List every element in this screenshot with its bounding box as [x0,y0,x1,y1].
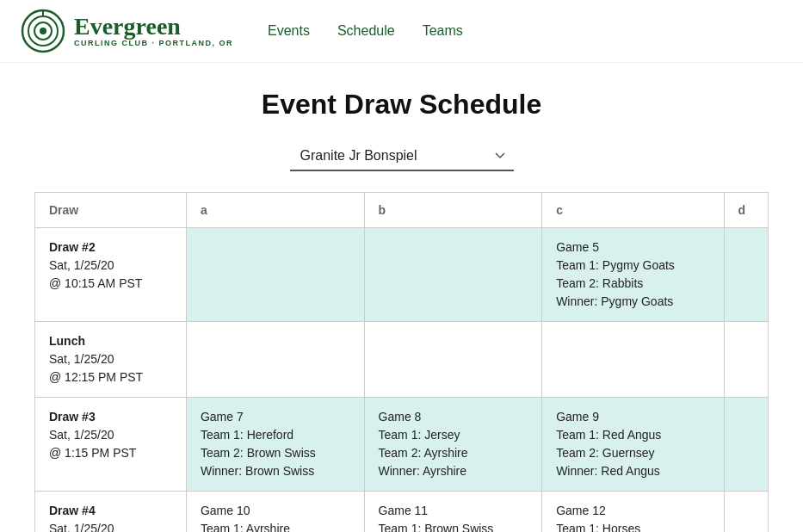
table-row: Draw #4Sat, 1/25/20Game 10Team 1: Ayrshi… [35,492,768,533]
game-cell [724,398,768,492]
draw-cell: Draw #2Sat, 1/25/20@ 10:15 AM PST [35,228,186,322]
draw-cell: LunchSat, 1/25/20@ 12:15 PM PST [35,322,186,398]
game-cell [364,322,542,398]
page-title: Event Draw Schedule [34,89,769,121]
svg-point-3 [40,28,46,34]
game-cell [724,228,768,322]
col-header-c: c [542,193,724,228]
game-cell: Game 9Team 1: Red AngusTeam 2: GuernseyW… [542,398,724,492]
nav-teams[interactable]: Teams [423,23,463,38]
event-selector-wrapper: Granite Jr Bonspiel Spring Classic Fall … [34,141,769,171]
logo-icon [21,9,65,53]
navbar: Evergreen Curling Club · Portland, OR Ev… [0,0,803,63]
logo-subtitle: Curling Club · Portland, OR [74,39,233,47]
game-cell: Game 5Team 1: Pygmy GoatsTeam 2: Rabbits… [542,228,724,322]
table-row: Draw #2Sat, 1/25/20@ 10:15 AM PSTGame 5T… [35,228,768,322]
schedule-table: Draw a b c d Draw #2Sat, 1/25/20@ 10:15 … [35,193,768,532]
game-cell: Game 12Team 1: Horses [542,492,724,533]
schedule-table-wrapper: Draw a b c d Draw #2Sat, 1/25/20@ 10:15 … [34,192,769,532]
event-dropdown[interactable]: Granite Jr Bonspiel Spring Classic Fall … [290,141,514,171]
logo[interactable]: Evergreen Curling Club · Portland, OR [21,9,233,53]
game-cell [542,322,724,398]
draw-cell: Draw #4Sat, 1/25/20 [35,492,186,533]
table-header-row: Draw a b c d [35,193,768,228]
game-cell [364,228,542,322]
game-cell [186,322,364,398]
nav-events[interactable]: Events [268,23,310,38]
game-cell: Game 10Team 1: Ayrshire [186,492,364,533]
col-header-d: d [724,193,768,228]
logo-name: Evergreen [74,15,233,39]
col-header-b: b [364,193,542,228]
col-header-a: a [186,193,364,228]
game-cell: Game 8Team 1: JerseyTeam 2: AyrshireWinn… [364,398,542,492]
game-cell: Game 7Team 1: HerefordTeam 2: Brown Swis… [186,398,364,492]
table-row: Draw #3Sat, 1/25/20@ 1:15 PM PSTGame 7Te… [35,398,768,492]
col-header-draw: Draw [35,193,186,228]
draw-cell: Draw #3Sat, 1/25/20@ 1:15 PM PST [35,398,186,492]
nav-schedule[interactable]: Schedule [337,23,395,38]
game-cell [186,228,364,322]
table-row: LunchSat, 1/25/20@ 12:15 PM PST [35,322,768,398]
game-cell: Game 11Team 1: Brown Swiss [364,492,542,533]
main-content: Event Draw Schedule Granite Jr Bonspiel … [0,63,803,532]
game-cell [724,322,768,398]
nav-links: Events Schedule Teams [268,23,463,39]
game-cell [724,492,768,533]
